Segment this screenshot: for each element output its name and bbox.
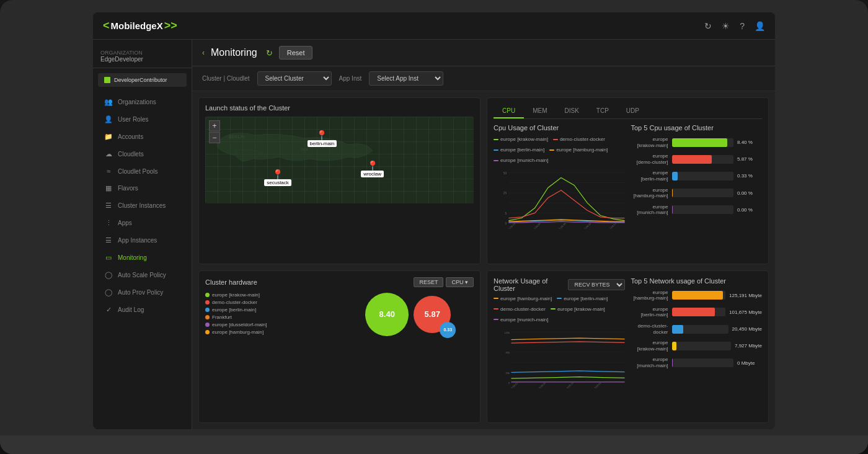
bar-row-krakow-net: europe[krakow-main] 7,927 Mbyte: [631, 340, 763, 352]
sidebar-item-accounts[interactable]: 📁 Accounts: [95, 128, 189, 145]
bar-row-demo: europe[demo-cluster] 5.87 %: [631, 153, 763, 165]
sidebar-item-auto-scale[interactable]: ◯ Auto Scale Policy: [95, 267, 189, 283]
tab-mem[interactable]: MEM: [524, 104, 556, 118]
user-icon[interactable]: 👤: [755, 21, 765, 31]
zoom-in-button[interactable]: +: [209, 120, 220, 131]
legend-munich: europe [munich-main]: [494, 158, 548, 163]
bar-track-berlin-net: [672, 308, 726, 316]
legend-dot-demo-net: [494, 308, 498, 309]
dashboard: Launch status of the Cluster BERLIN: [192, 91, 775, 429]
svg-text:50: 50: [503, 172, 507, 175]
legend-dot-demo: [553, 139, 558, 140]
hardware-content: europe [krakow-main] demo-cluster-docker…: [205, 292, 474, 337]
reset-button[interactable]: Reset: [279, 46, 313, 60]
top5-cpu-title: Top 5 Cpu usage of Cluster: [631, 124, 763, 131]
sidebar-item-auto-prov[interactable]: ◯ Auto Prov Policy: [95, 284, 189, 301]
role-dot: [104, 77, 110, 83]
launch-status-title: Launch status of the Cluster: [205, 104, 474, 112]
svg-text:21:05:33: 21:05:33: [583, 221, 592, 229]
cpu-chart-svg-container: 50 25 5 0: [494, 167, 625, 229]
help-icon[interactable]: ?: [740, 21, 745, 31]
bar-value-berlin: 0.33 %: [737, 173, 762, 179]
bar-row-hamburg-net: europe[hamburg-main] 125,191 Mbyte: [631, 290, 763, 301]
tab-tcp[interactable]: TCP: [588, 104, 618, 118]
bar-value-berlin-net: 101,675 Mbyte: [729, 309, 762, 315]
organizations-icon: 👥: [104, 98, 113, 106]
bar-value-munich-net: 0 Mbyte: [737, 360, 762, 366]
refresh-icon[interactable]: ↻: [704, 21, 712, 31]
sidebar-label-audit-log: Audit Log: [118, 306, 144, 313]
page-refresh-button[interactable]: ↻: [266, 48, 273, 58]
legend-dot-dusseldorf-hw: [205, 323, 210, 327]
sidebar-item-cloudlet-pools[interactable]: ≈ Cloudlet Pools: [95, 163, 189, 179]
legend-berlin: europe [berlin-main]: [494, 147, 544, 153]
tab-udp[interactable]: UDP: [618, 104, 648, 118]
bar-track-demo: [672, 155, 734, 164]
accounts-icon: 📁: [104, 133, 113, 141]
logo-bracket-close: >>: [164, 19, 177, 32]
top-bar: < MobiledgeX >> ↻ ☀ ? 👤: [93, 12, 775, 40]
hardware-card-header: Cluster hardware RESET CPU ▾: [205, 277, 474, 287]
sidebar-item-flavors[interactable]: ▦ Flavors: [95, 180, 189, 197]
sidebar-label-cluster-instances: Cluster Instances: [118, 202, 166, 209]
role-text: DeveloperContributor: [114, 77, 167, 83]
bar-label-hamburg-net: europe[hamburg-main]: [631, 290, 668, 301]
hardware-cpu-button[interactable]: CPU ▾: [446, 277, 474, 287]
sidebar-item-cluster-instances[interactable]: ☰ Cluster Instances: [95, 197, 189, 214]
legend-dot-hamburg-hw: [205, 330, 210, 334]
bar-row-munich: europe[munich-main] 0.00 %: [631, 204, 763, 216]
monitoring-icon: ▭: [104, 254, 113, 262]
sidebar-item-app-instances[interactable]: ☰ App Instances: [95, 232, 189, 249]
sidebar: Organization EdgeDeveloper DeveloperCont…: [93, 40, 192, 429]
cluster-filter-select[interactable]: Select Cluster: [257, 71, 332, 86]
org-section: Organization EdgeDeveloper: [93, 45, 192, 68]
map-pin-secustack: 📍 secustack: [264, 169, 291, 186]
bar-label-hamburg: europe[hamburg-main]: [631, 187, 668, 199]
bar-row-hamburg: europe[hamburg-main] 0.00 %: [631, 187, 763, 199]
svg-text:BERLIN: BERLIN: [229, 135, 244, 139]
map-bg: BERLIN POL + − 📍: [205, 117, 474, 203]
map-container: BERLIN POL + − 📍: [205, 117, 474, 203]
legend-berlin-hw: europe [berlin-main]: [205, 307, 337, 313]
tab-disk[interactable]: DISK: [556, 104, 587, 118]
bar-fill-hamburg-net: [672, 291, 723, 300]
legend-krakow-net: europe [krakow-main]: [551, 306, 605, 312]
sidebar-item-monitoring[interactable]: ▭ Monitoring: [95, 249, 189, 266]
bar-track-munich-net: [672, 358, 734, 367]
sidebar-item-cloudlets[interactable]: ☁ Cloudlets: [95, 146, 189, 162]
legend-hamburg-hw: europe [hamburg-main]: [205, 329, 337, 335]
sidebar-label-cloudlet-pools: Cloudlet Pools: [118, 168, 157, 175]
bubble-value-krakow: 8.40: [379, 309, 395, 319]
launch-status-card: Launch status of the Cluster BERLIN: [198, 97, 480, 264]
bar-fill-munich-net: [672, 358, 673, 367]
bubble-container-1: 8.40: [365, 293, 409, 336]
apps-icon: ⋮: [104, 219, 113, 227]
sidebar-item-apps[interactable]: ⋮ Apps: [95, 215, 189, 231]
zoom-out-button[interactable]: −: [209, 132, 220, 143]
logo: < MobiledgeX >>: [103, 19, 177, 32]
sidebar-item-audit-log[interactable]: ✓ Audit Log: [95, 301, 189, 318]
app-inst-filter-select[interactable]: Select App Inst: [369, 71, 443, 86]
bar-row-krakow: europe[krakow-main] 8.40 %: [631, 136, 763, 148]
bubble-krakow: 8.40: [365, 293, 409, 336]
network-card: Network Usage of Cluster RECV BYTES: [487, 270, 769, 424]
bar-value-hamburg-net: 125,191 Mbyte: [729, 293, 762, 298]
app-inst-filter-label: App Inst: [339, 75, 362, 82]
cluster-filter-label: Cluster | Cloudlet: [202, 75, 250, 82]
sidebar-item-user-roles[interactable]: 👤 User Roles: [95, 111, 189, 128]
hardware-reset-button[interactable]: RESET: [414, 277, 443, 287]
back-button[interactable]: ‹: [202, 48, 205, 57]
legend-dot-hamburg-net: [494, 298, 498, 299]
content-area: ‹ Monitoring ↻ Reset Cluster | Cloudlet …: [192, 40, 775, 429]
recv-bytes-select[interactable]: RECV BYTES: [568, 279, 625, 290]
cloudlet-pools-icon: ≈: [104, 167, 113, 175]
legend-dot-berlin-net: [557, 298, 562, 299]
tab-cpu[interactable]: CPU: [494, 104, 524, 118]
globe-icon[interactable]: ☀: [722, 21, 730, 31]
legend-hamburg: europe [hamburg-main]: [549, 147, 608, 153]
sidebar-label-user-roles: User Roles: [118, 116, 148, 123]
sidebar-item-organizations[interactable]: 👥 Organizations: [95, 94, 189, 110]
network-chart-svg-container: 140k 80k 20k 0: [494, 326, 625, 388]
sidebar-label-auto-prov: Auto Prov Policy: [118, 289, 163, 296]
bar-track-krakow: [672, 138, 734, 147]
